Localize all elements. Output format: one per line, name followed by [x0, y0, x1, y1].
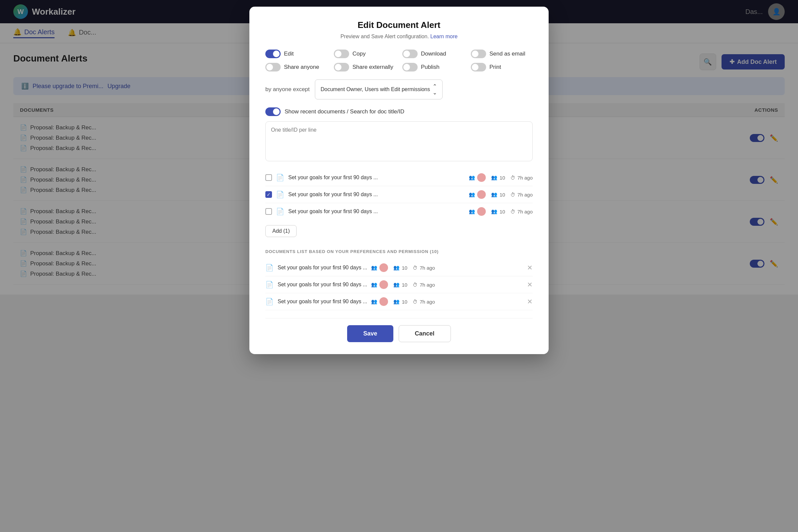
- sel-doc-owner-2: 👥: [371, 280, 388, 289]
- modal-dialog: Edit Document Alert Preview and Save Ale…: [249, 7, 549, 354]
- clock-icon: ⏱: [510, 175, 515, 180]
- doc-list-item-3: 📄 Set your goals for your first 90 days …: [265, 203, 533, 220]
- members-icon: 👥: [491, 208, 497, 214]
- doc-list-item-1: 📄 Set your goals for your first 90 days …: [265, 169, 533, 186]
- sel-doc-members-3: 👥 10: [393, 299, 407, 305]
- download-toggle[interactable]: [402, 50, 418, 58]
- remove-doc-2[interactable]: ✕: [527, 281, 533, 289]
- time-value-2: 7h ago: [517, 192, 533, 197]
- permissions-dropdown[interactable]: Document Owner, Users with Edit permissi…: [315, 79, 442, 99]
- doc-meta-1: 👥 👥 10 ⏱ 7h ago: [469, 173, 533, 182]
- doc-file-icon: 📄: [265, 298, 274, 306]
- chevron-icon: ⌃⌄: [433, 83, 437, 96]
- doc-selection-list: 📄 Set your goals for your first 90 days …: [265, 169, 533, 220]
- clock-icon: ⏱: [510, 192, 515, 197]
- doc-checkbox-1[interactable]: [265, 174, 272, 181]
- sel-doc-owner-3: 👥: [371, 297, 388, 306]
- doc-owner-1: 👥: [469, 173, 486, 182]
- members-icon: 👥: [491, 191, 497, 197]
- doc-time-3: ⏱ 7h ago: [510, 209, 533, 214]
- share-anyone-toggle[interactable]: [265, 63, 281, 72]
- selected-docs-section-label: DOCUMENTS LIST BASED ON YOUR PREFERENCES…: [265, 249, 533, 254]
- doc-file-icon: 📄: [276, 208, 284, 215]
- selected-doc-title-2: Set your goals for your first 90 days ..…: [278, 282, 367, 288]
- members-icon: 👥: [393, 299, 400, 305]
- print-toggle[interactable]: [471, 63, 486, 72]
- doc-file-icon: 📄: [265, 281, 274, 289]
- selected-doc-3: 📄 Set your goals for your first 90 days …: [265, 293, 533, 310]
- edit-toggle[interactable]: [265, 50, 281, 58]
- action-download: Download: [402, 50, 464, 58]
- sel-doc-members-1: 👥 10: [393, 265, 407, 271]
- doc-owner-2: 👥: [469, 190, 486, 199]
- share-anyone-label: Share anyone: [284, 64, 319, 71]
- sel-avatar-2: [379, 280, 388, 289]
- add-selected-button[interactable]: Add (1): [265, 225, 297, 237]
- action-print: Print: [471, 63, 533, 72]
- action-share-externally: Share externally: [334, 63, 396, 72]
- sel-doc-time-1: ⏱ 7h ago: [413, 265, 435, 271]
- people-icon: 👥: [469, 208, 475, 214]
- doc-time-1: ⏱ 7h ago: [510, 175, 533, 180]
- clock-icon: ⏱: [413, 265, 418, 271]
- modal-overlay[interactable]: Edit Document Alert Preview and Save Ale…: [0, 0, 798, 532]
- doc-file-icon: 📄: [276, 191, 284, 198]
- action-publish: Publish: [402, 63, 464, 72]
- people-icon: 👥: [371, 265, 377, 271]
- remove-doc-1[interactable]: ✕: [527, 264, 533, 272]
- selected-doc-title-3: Set your goals for your first 90 days ..…: [278, 299, 367, 305]
- selected-doc-meta-3: 👥 👥 10 ⏱ 7h ago: [371, 297, 435, 306]
- actions-row-2: Share anyone Share externally Publish Pr…: [265, 63, 533, 72]
- modal-subtitle: Preview and Save Alert configuration. Le…: [265, 34, 533, 40]
- show-recent-toggle[interactable]: [265, 108, 281, 116]
- clock-icon: ⏱: [413, 299, 418, 305]
- actions-row-1: Edit Copy Download Send as email: [265, 50, 533, 58]
- copy-toggle[interactable]: [334, 50, 349, 58]
- doc-search-textarea[interactable]: [265, 121, 533, 161]
- people-icon: 👥: [371, 299, 377, 305]
- selected-docs-list: 📄 Set your goals for your first 90 days …: [265, 259, 533, 310]
- share-externally-label: Share externally: [353, 64, 393, 71]
- learn-more-link[interactable]: Learn more: [430, 34, 457, 39]
- selected-doc-meta-2: 👥 👥 10 ⏱ 7h ago: [371, 280, 435, 289]
- show-recent-row: Show recent documents / Search for doc t…: [265, 108, 533, 116]
- members-icon: 👥: [491, 174, 497, 180]
- doc-time-2: ⏱ 7h ago: [510, 192, 533, 197]
- publish-label: Publish: [421, 64, 440, 71]
- doc-title-2: Set your goals for your first 90 days ..…: [288, 191, 465, 197]
- sel-avatar-1: [379, 263, 388, 272]
- members-count-1: 10: [499, 175, 505, 180]
- doc-members-2: 👥 10: [491, 191, 505, 197]
- doc-checkbox-3[interactable]: [265, 208, 272, 215]
- sel-avatar-3: [379, 297, 388, 306]
- cancel-button[interactable]: Cancel: [399, 325, 451, 342]
- selected-doc-1: 📄 Set your goals for your first 90 days …: [265, 259, 533, 276]
- save-button[interactable]: Save: [347, 325, 393, 342]
- send-email-label: Send as email: [490, 51, 525, 57]
- members-count-3: 10: [499, 209, 505, 214]
- doc-file-icon: 📄: [265, 264, 274, 272]
- members-count-2: 10: [499, 192, 505, 197]
- doc-file-icon: 📄: [276, 174, 284, 182]
- doc-checkbox-2[interactable]: ✓: [265, 191, 272, 198]
- sel-doc-members-2: 👥 10: [393, 282, 407, 288]
- send-email-toggle[interactable]: [471, 50, 486, 58]
- action-send-email: Send as email: [471, 50, 533, 58]
- selected-doc-title-1: Set your goals for your first 90 days ..…: [278, 265, 367, 271]
- selected-doc-2: 📄 Set your goals for your first 90 days …: [265, 276, 533, 293]
- time-value-1: 7h ago: [517, 175, 533, 180]
- sel-doc-time-2: ⏱ 7h ago: [413, 282, 435, 288]
- modal-title: Edit Document Alert: [265, 20, 533, 30]
- avatar-2: [477, 190, 486, 199]
- members-icon: 👥: [393, 282, 400, 288]
- share-externally-toggle[interactable]: [334, 63, 349, 72]
- sel-doc-owner-1: 👥: [371, 263, 388, 272]
- members-icon: 👥: [393, 265, 400, 271]
- show-recent-label: Show recent documents / Search for doc t…: [285, 108, 404, 115]
- remove-doc-3[interactable]: ✕: [527, 298, 533, 306]
- doc-list-item-2: ✓ 📄 Set your goals for your first 90 day…: [265, 186, 533, 203]
- publish-toggle[interactable]: [402, 63, 418, 72]
- doc-owner-3: 👥: [469, 207, 486, 216]
- doc-title-3: Set your goals for your first 90 days ..…: [288, 208, 465, 214]
- clock-icon: ⏱: [413, 282, 418, 288]
